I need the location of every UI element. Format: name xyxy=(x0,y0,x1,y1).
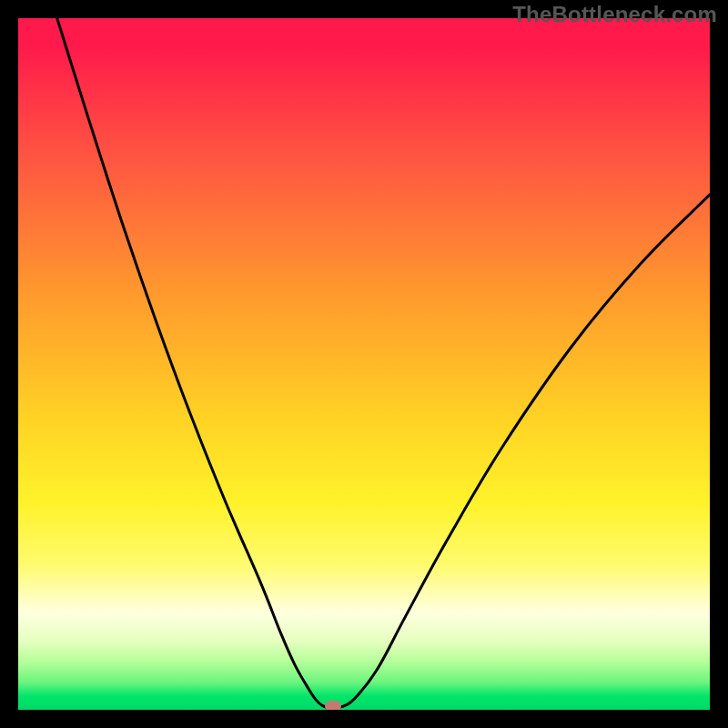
curve-svg xyxy=(18,18,710,710)
bottleneck-curve xyxy=(18,18,710,708)
chart-frame: TheBottleneck.com xyxy=(0,0,728,728)
min-marker-icon xyxy=(325,701,341,710)
plot-area xyxy=(18,18,710,710)
watermark-text: TheBottleneck.com xyxy=(512,2,717,27)
